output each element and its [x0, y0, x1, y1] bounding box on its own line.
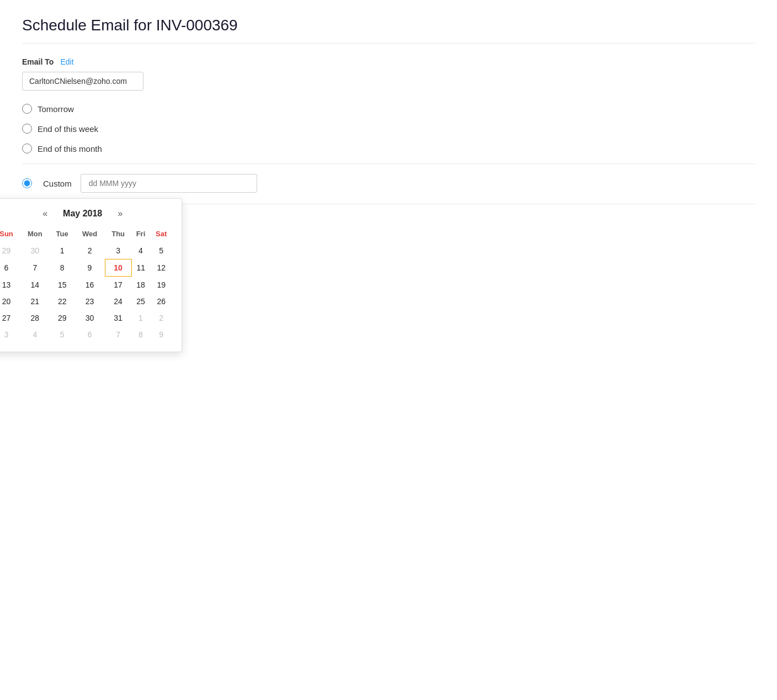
- calendar-week-row: 6789101112: [0, 259, 173, 277]
- calendar-day[interactable]: 16: [74, 277, 105, 294]
- radio-custom-input[interactable]: [22, 178, 32, 188]
- calendar-day[interactable]: 5: [150, 242, 173, 259]
- calendar-popup: « May 2018 » Sun Mon Tue Wed Thu: [0, 198, 182, 352]
- calendar-days-header-row: Sun Mon Tue Wed Thu Fri Sat: [0, 227, 173, 242]
- page-title: Schedule Email for INV-000369: [22, 17, 755, 44]
- calendar-day[interactable]: 20: [0, 293, 20, 310]
- calendar-day[interactable]: 12: [150, 259, 173, 277]
- col-thu: Thu: [105, 227, 131, 242]
- calendar-day[interactable]: 2: [74, 242, 105, 259]
- col-sat: Sat: [150, 227, 173, 242]
- radio-tomorrow-input[interactable]: [22, 104, 32, 114]
- date-picker-input[interactable]: [81, 174, 257, 193]
- calendar-day[interactable]: 11: [131, 259, 150, 277]
- calendar-day: 5: [50, 326, 74, 343]
- calendar-week-row: 293012345: [0, 242, 173, 259]
- col-sun: Sun: [0, 227, 20, 242]
- calendar-day[interactable]: 8: [50, 259, 74, 277]
- calendar-day[interactable]: 10: [105, 259, 131, 277]
- email-to-label: Email To: [22, 57, 54, 66]
- col-tue: Tue: [50, 227, 74, 242]
- calendar-day[interactable]: 30: [74, 310, 105, 326]
- prev-month-button[interactable]: «: [38, 208, 52, 220]
- radio-end-of-month-input[interactable]: [22, 144, 32, 153]
- calendar-day[interactable]: 24: [105, 293, 131, 310]
- calendar-week-row: 3456789: [0, 326, 173, 343]
- calendar-day: 29: [0, 242, 20, 259]
- calendar-day[interactable]: 27: [0, 310, 20, 326]
- calendar-day[interactable]: 3: [105, 242, 131, 259]
- col-mon: Mon: [20, 227, 50, 242]
- calendar-day: 9: [150, 326, 173, 343]
- calendar-grid: Sun Mon Tue Wed Thu Fri Sat 293012345678…: [0, 227, 173, 343]
- radio-end-of-month-label: End of this month: [38, 144, 102, 153]
- radio-end-of-week-label: End of this week: [38, 124, 98, 134]
- email-input[interactable]: [22, 72, 143, 91]
- calendar-day[interactable]: 25: [131, 293, 150, 310]
- calendar-day[interactable]: 19: [150, 277, 173, 294]
- calendar-day: 30: [20, 242, 50, 259]
- edit-link[interactable]: Edit: [60, 57, 73, 66]
- calendar-day[interactable]: 13: [0, 277, 20, 294]
- radio-custom-text: Custom: [43, 179, 72, 188]
- radio-tomorrow-label: Tomorrow: [38, 104, 74, 114]
- calendar-day[interactable]: 7: [20, 259, 50, 277]
- calendar-day[interactable]: 17: [105, 277, 131, 294]
- email-to-section: Email To Edit: [22, 57, 755, 91]
- calendar-day[interactable]: 26: [150, 293, 173, 310]
- calendar-day: 8: [131, 326, 150, 343]
- calendar-body: 2930123456789101112131415161718192021222…: [0, 242, 173, 343]
- calendar-day[interactable]: 28: [20, 310, 50, 326]
- calendar-day: 6: [74, 326, 105, 343]
- col-wed: Wed: [74, 227, 105, 242]
- calendar-day[interactable]: 21: [20, 293, 50, 310]
- radio-custom-label[interactable]: Custom: [22, 178, 72, 188]
- calendar-day[interactable]: 22: [50, 293, 74, 310]
- calendar-week-row: 20212223242526: [0, 293, 173, 310]
- radio-end-of-month[interactable]: End of this month: [22, 144, 755, 153]
- radio-end-of-week-input[interactable]: [22, 124, 32, 134]
- radio-group: Tomorrow End of this week End of this mo…: [22, 104, 755, 193]
- col-fri: Fri: [131, 227, 150, 242]
- page-container: Schedule Email for INV-000369 Email To E…: [0, 0, 777, 700]
- calendar-week-row: 13141516171819: [0, 277, 173, 294]
- calendar-wrapper: « May 2018 » Sun Mon Tue Wed Thu: [72, 174, 257, 193]
- calendar-day[interactable]: 1: [50, 242, 74, 259]
- calendar-day: 3: [0, 326, 20, 343]
- radio-end-of-week[interactable]: End of this week: [22, 124, 755, 134]
- radio-custom-row: Custom « May 2018 » Sun: [22, 163, 755, 193]
- calendar-header: « May 2018 »: [0, 208, 173, 220]
- calendar-day[interactable]: 15: [50, 277, 74, 294]
- calendar-day[interactable]: 18: [131, 277, 150, 294]
- radio-tomorrow[interactable]: Tomorrow: [22, 104, 755, 114]
- calendar-day: 1: [131, 310, 150, 326]
- next-month-button[interactable]: »: [113, 208, 127, 220]
- calendar-month-year: May 2018: [63, 209, 102, 219]
- calendar-day[interactable]: 4: [131, 242, 150, 259]
- calendar-day[interactable]: 29: [50, 310, 74, 326]
- calendar-week-row: 272829303112: [0, 310, 173, 326]
- calendar-day: 4: [20, 326, 50, 343]
- calendar-day[interactable]: 9: [74, 259, 105, 277]
- calendar-day: 2: [150, 310, 173, 326]
- calendar-day: 7: [105, 326, 131, 343]
- calendar-day[interactable]: 23: [74, 293, 105, 310]
- calendar-day[interactable]: 6: [0, 259, 20, 277]
- calendar-day[interactable]: 31: [105, 310, 131, 326]
- calendar-day[interactable]: 14: [20, 277, 50, 294]
